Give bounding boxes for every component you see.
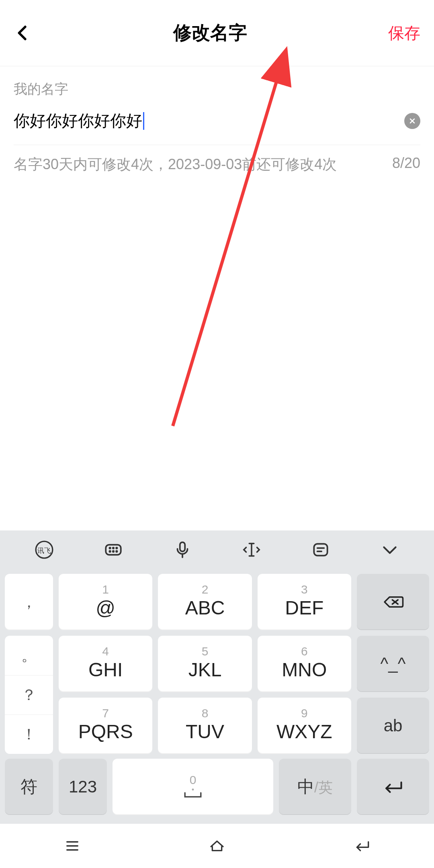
edit-name-form: 我的名字 你好你好你好你好 名字30天内可修改4次，2023-09-03前还可修… <box>0 66 434 530</box>
key-emoji[interactable]: ^_^ <box>357 636 429 692</box>
svg-rect-11 <box>180 542 185 551</box>
collapse-keyboard-icon[interactable] <box>378 538 402 562</box>
svg-rect-4 <box>106 545 121 555</box>
mic-icon[interactable] <box>170 538 194 562</box>
key-enter[interactable] <box>357 759 429 815</box>
hint-row: 名字30天内可修改4次，2023-09-03前还可修改4次 8/20 <box>14 155 420 174</box>
key-space[interactable]: 0 <box>113 759 273 815</box>
key-5[interactable]: 5JKL <box>158 636 252 692</box>
nav-home-button[interactable] <box>206 838 228 854</box>
key-ab[interactable]: ab <box>357 698 429 754</box>
header-bar: 修改名字 保存 <box>0 0 434 66</box>
svg-point-10 <box>116 551 117 552</box>
text-cursor <box>143 112 144 130</box>
key-symbols[interactable]: 符 <box>5 759 53 815</box>
keyboard-mini-icon[interactable] <box>101 538 125 562</box>
svg-text:讯飞: 讯飞 <box>37 547 51 555</box>
kbd-toolbar: 讯飞 <box>0 530 434 569</box>
svg-point-6 <box>113 548 114 549</box>
clear-input-button[interactable] <box>404 113 420 129</box>
nav-recent-button[interactable] <box>61 838 84 854</box>
svg-point-9 <box>113 551 114 552</box>
save-button[interactable]: 保存 <box>388 22 420 44</box>
key-7[interactable]: 7PQRS <box>59 698 152 754</box>
key-comma[interactable]: ， <box>5 574 53 630</box>
nav-back-button[interactable] <box>350 838 373 854</box>
hint-text: 名字30天内可修改4次，2023-09-03前还可修改4次 <box>14 155 337 174</box>
key-3[interactable]: 3DEF <box>258 574 351 630</box>
back-button[interactable] <box>14 24 32 42</box>
key-period[interactable]: 。 <box>5 636 53 675</box>
key-6[interactable]: 6MNO <box>258 636 351 692</box>
svg-rect-14 <box>314 544 327 555</box>
page-title: 修改名字 <box>173 20 247 45</box>
key-question[interactable]: ？ <box>5 675 53 714</box>
svg-point-19 <box>192 788 194 790</box>
key-left-stack: 。 ？ ！ <box>5 636 53 754</box>
svg-point-5 <box>109 548 111 549</box>
soft-keyboard: 讯飞 ， 。 ？ ！ <box>0 530 434 824</box>
key-2[interactable]: 2ABC <box>158 574 252 630</box>
key-1[interactable]: 1@ <box>59 574 152 630</box>
text-select-icon[interactable] <box>240 538 264 562</box>
field-label: 我的名字 <box>14 80 420 98</box>
name-input-value: 你好你好你好你好 <box>14 110 142 132</box>
key-numbers[interactable]: 123 <box>59 759 107 815</box>
name-input-row: 你好你好你好你好 <box>14 110 420 145</box>
key-8[interactable]: 8TUV <box>158 698 252 754</box>
key-4[interactable]: 4GHI <box>59 636 152 692</box>
svg-point-7 <box>116 548 117 549</box>
system-nav-bar <box>0 824 434 868</box>
key-9[interactable]: 9WXYZ <box>258 698 351 754</box>
char-counter: 8/20 <box>392 155 420 174</box>
clipboard-icon[interactable] <box>309 538 333 562</box>
key-language[interactable]: 中/英 <box>279 759 351 815</box>
name-input[interactable]: 你好你好你好你好 <box>14 110 144 132</box>
xunfei-icon[interactable]: 讯飞 <box>32 538 56 562</box>
svg-point-8 <box>109 551 111 552</box>
key-exclaim[interactable]: ！ <box>5 714 53 754</box>
key-backspace[interactable] <box>357 574 429 630</box>
